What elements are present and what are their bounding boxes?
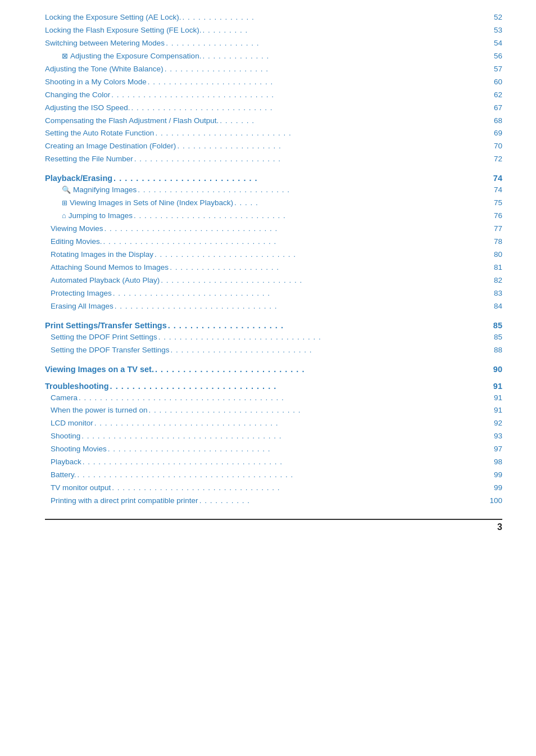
toc-entry-dpof-print: Setting the DPOF Print Settings . . . . … — [45, 331, 502, 344]
toc-entry-jumping: ⌂ Jumping to Images . . . . . . . . . . … — [45, 210, 502, 223]
section-header-tv: Viewing Images on a TV set. . . . . . . … — [45, 365, 502, 374]
page-number-area: 3 — [45, 519, 502, 532]
toc-entry-protecting: Protecting Images . . . . . . . . . . . … — [45, 287, 502, 300]
section-viewing-tv: Viewing Images on a TV set. . . . . . . … — [45, 365, 502, 374]
toc-entry-index-playback: ⊞ Viewing Images in Sets of Nine (Index … — [45, 197, 502, 210]
toc-entry-auto-rotate: Setting the Auto Rotate Function . . . .… — [45, 127, 502, 140]
toc-entry-rotating: Rotating Images in the Display . . . . .… — [45, 248, 502, 261]
toc-entry-battery: Battery. . . . . . . . . . . . . . . . .… — [45, 469, 502, 482]
section-playback-erasing: Playback/Erasing . . . . . . . . . . . .… — [45, 174, 502, 313]
toc-entry-erasing-all: Erasing All Images . . . . . . . . . . .… — [45, 300, 502, 313]
section-print-settings: Print Settings/Transfer Settings . . . .… — [45, 321, 502, 357]
section-troubleshooting: Troubleshooting . . . . . . . . . . . . … — [45, 382, 502, 508]
section-header-troubleshooting: Troubleshooting . . . . . . . . . . . . … — [45, 382, 502, 391]
toc-entry-adjusting-exposure: ⊠ Adjusting the Exposure Compensation. .… — [45, 50, 502, 63]
toc-entry-editing-movies: Editing Movies. . . . . . . . . . . . . … — [45, 236, 502, 248]
top-entries: Locking the Exposure Setting (AE Lock). … — [45, 11, 502, 166]
toc-entry-locking-exposure: Locking the Exposure Setting (AE Lock). … — [45, 11, 502, 24]
toc-container: Locking the Exposure Setting (AE Lock). … — [45, 11, 502, 532]
toc-entry-tv-monitor: TV monitor output . . . . . . . . . . . … — [45, 482, 502, 495]
section-header-playback: Playback/Erasing . . . . . . . . . . . .… — [45, 174, 502, 183]
toc-entry-adjusting-iso: Adjusting the ISO Speed. . . . . . . . .… — [45, 102, 502, 115]
toc-entry-auto-play: Automated Playback (Auto Play) . . . . .… — [45, 274, 502, 287]
toc-entry-resetting-file: Resetting the File Number . . . . . . . … — [45, 153, 502, 166]
toc-entry-compensating-flash: Compensating the Flash Adjustment / Flas… — [45, 115, 502, 128]
toc-entry-adjusting-tone: Adjusting the Tone (White Balance) . . .… — [45, 63, 502, 76]
toc-entry-dpof-transfer: Setting the DPOF Transfer Settings . . .… — [45, 344, 502, 357]
toc-entry-switching-metering: Switching between Metering Modes . . . .… — [45, 37, 502, 50]
toc-entry-image-destination: Creating an Image Destination (Folder) .… — [45, 140, 502, 153]
toc-entry-power-turned-on: When the power is turned on . . . . . . … — [45, 404, 502, 417]
toc-entry-shooting: Shooting . . . . . . . . . . . . . . . .… — [45, 430, 502, 443]
exposure-icon: ⊠ — [62, 50, 68, 62]
jump-icon: ⌂ — [62, 210, 66, 222]
toc-entry-magnifying: 🔍 Magnifying Images . . . . . . . . . . … — [45, 184, 502, 197]
toc-entry-changing-color: Changing the Color . . . . . . . . . . .… — [45, 89, 502, 102]
toc-entry-locking-flash: Locking the Flash Exposure Setting (FE L… — [45, 24, 502, 37]
toc-entry-lcd-monitor: LCD monitor . . . . . . . . . . . . . . … — [45, 417, 502, 430]
toc-entry-camera: Camera . . . . . . . . . . . . . . . . .… — [45, 392, 502, 405]
toc-entry-attaching-sound: Attaching Sound Memos to Images . . . . … — [45, 261, 502, 274]
toc-entry-playback: Playback . . . . . . . . . . . . . . . .… — [45, 456, 502, 469]
magnify-icon: 🔍 — [62, 184, 71, 196]
toc-entry-shooting-my-colors: Shooting in a My Colors Mode . . . . . .… — [45, 76, 502, 89]
toc-entry-viewing-movies: Viewing Movies . . . . . . . . . . . . .… — [45, 223, 502, 236]
toc-entry-shooting-movies: Shooting Movies . . . . . . . . . . . . … — [45, 443, 502, 456]
section-header-print: Print Settings/Transfer Settings . . . .… — [45, 321, 502, 330]
toc-entry-printing-direct: Printing with a direct print compatible … — [45, 495, 502, 508]
grid-icon: ⊞ — [62, 197, 67, 209]
page-number: 3 — [497, 522, 502, 532]
